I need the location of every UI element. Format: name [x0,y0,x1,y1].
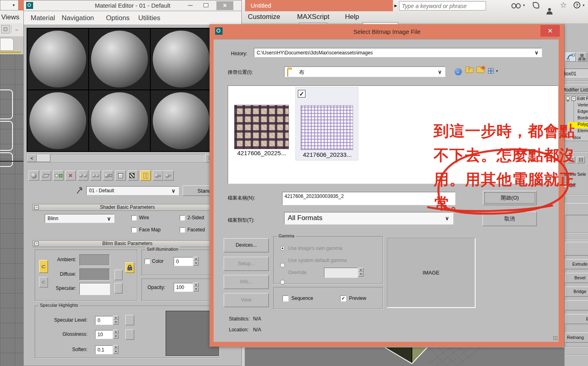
help-icon[interactable]: ? [573,2,580,8]
file-type-combo[interactable]: All Formats [284,212,453,225]
file-name-2[interactable]: 4217606_20233... [296,151,359,158]
wire-checkbox[interactable] [131,215,137,220]
soften-spinner[interactable] [113,345,118,354]
setup-button[interactable]: Setup... [224,257,269,271]
stack-item-polygon[interactable]: Polygon [578,122,588,127]
signin-icon[interactable] [533,2,539,8]
sample-slot[interactable] [89,29,150,89]
tab-modify-icon[interactable] [565,52,576,62]
menu-maxscript[interactable]: MAXScript [297,13,329,21]
diffuse-swatch[interactable] [79,268,110,281]
rollout-collapse-icon[interactable] [34,241,39,246]
menu-customize[interactable]: Customize [248,13,280,21]
scroll-left-icon[interactable] [27,154,37,162]
glossiness-field[interactable]: 10 [95,330,113,339]
view-menu-icon[interactable] [488,68,494,74]
file-item-selected[interactable]: 4217606_20233... [295,87,358,160]
material-name-dropdown[interactable]: 01 - Default [86,186,179,195]
thumbnail-image-gingham[interactable] [301,105,353,150]
resize-grip[interactable] [553,336,558,341]
dialog-close-icon[interactable] [540,25,560,37]
stack-item-edge[interactable]: Edge [578,109,588,114]
bevel-button[interactable]: Bevel [565,273,588,283]
get-material-icon[interactable] [29,171,39,181]
specular-level-spinner[interactable] [113,316,118,324]
gamma-override-field[interactable] [324,268,358,278]
self-illum-spinner[interactable] [193,257,199,266]
me-menu-navigation[interactable]: Navigation [62,14,94,22]
diffuse-map-button[interactable] [114,270,123,280]
maximize-icon[interactable] [201,1,211,9]
object-name-field[interactable]: Box01 [565,69,588,77]
lock-icon[interactable] [125,262,134,273]
menu-views[interactable]: Views [1,13,19,21]
menu-help[interactable]: Help [345,13,359,21]
stack-item-border[interactable]: Border [578,115,588,120]
chevron-down-icon[interactable] [445,216,449,221]
toolbar-arrow-icon[interactable] [13,25,21,33]
show-map-icon[interactable] [128,171,138,181]
history-combo[interactable]: C:\Users\HY\Documents\3dsMax\sceneassets… [254,48,542,57]
collapse-icon[interactable] [571,96,576,101]
look-in-combo[interactable]: 布 [284,67,445,77]
slots-hscrollbar[interactable] [27,154,211,162]
rollout-collapse-icon[interactable] [34,205,39,210]
favorites-star-icon[interactable] [559,0,567,9]
specular-swatch[interactable] [79,283,110,295]
file-name-field[interactable]: 4217606_202330003935_2 [282,192,455,205]
put-to-library-icon[interactable] [90,171,101,181]
scroll-thumb[interactable] [37,154,50,162]
minimize-icon[interactable] [185,1,195,9]
self-illum-value-field[interactable]: 0 [174,257,193,266]
soften-field[interactable]: 0.1 [95,345,113,354]
extrude-along-spline-button[interactable]: Ex [565,314,588,324]
color-checkbox[interactable] [145,259,150,264]
sample-slot[interactable] [89,90,150,151]
new-folder-icon[interactable]: ✱ [476,68,484,73]
specular-map-button[interactable] [114,283,123,293]
retriangulate-button[interactable]: Retriang [565,333,588,343]
specular-level-field[interactable]: 0 [95,316,113,325]
specular-level-map-button[interactable] [125,315,134,325]
me-menu-options[interactable]: Options [106,14,130,22]
file-checkbox-checked[interactable] [298,90,305,98]
go-forward-sibling-icon[interactable] [163,171,174,181]
faceted-checkbox[interactable] [180,227,185,233]
sample-slot[interactable] [27,90,88,151]
two-sided-checkbox[interactable] [180,215,185,220]
bottom-viewport-fragment[interactable] [245,347,588,366]
go-to-parent-icon[interactable] [153,171,163,181]
search-input[interactable] [399,1,486,10]
gamma-system-radio[interactable] [280,263,285,268]
search-caret-icon[interactable] [522,2,526,8]
search-icon[interactable] [511,2,520,8]
put-material-icon[interactable] [41,171,51,181]
blinn-rollout-header[interactable]: Blinn Basic Parameters [33,240,222,247]
modifier-list-dropdown[interactable]: Modifier List [565,85,588,94]
tab-hierarchy-icon[interactable] [577,52,587,62]
stack-item-element[interactable]: Element [578,128,588,133]
cancel-button[interactable]: 取消 [482,212,537,226]
assign-material-icon[interactable] [53,171,64,181]
help-caret-icon[interactable] [582,2,586,8]
sequence-checkbox[interactable] [283,295,289,302]
panel-button-blank[interactable] [565,242,588,256]
eyedropper-icon[interactable] [76,186,83,195]
chevron-down-icon[interactable] [107,216,111,221]
me-menu-material[interactable]: Material [31,14,55,22]
shader-type-dropdown[interactable]: Blinn [45,214,114,223]
delete-material-icon[interactable] [65,171,76,181]
bridge-button[interactable]: Bridge [565,287,588,297]
face-map-checkbox[interactable] [131,227,137,233]
gamma-override-radio[interactable] [280,280,285,285]
selection-tool-icon[interactable] [1,25,10,33]
show-shaded-in-viewport-icon[interactable] [140,171,151,181]
community-icon[interactable] [546,8,553,15]
hinge-button[interactable]: H [565,300,588,310]
dropdown-caret-icon[interactable] [11,2,17,8]
opacity-value-field[interactable]: 100 [174,283,193,292]
view-menu-caret-icon[interactable] [495,68,499,74]
show-background-icon[interactable]: O [115,171,126,181]
chevron-down-icon[interactable] [171,188,175,193]
extrude-button[interactable]: Extrude [565,259,588,269]
